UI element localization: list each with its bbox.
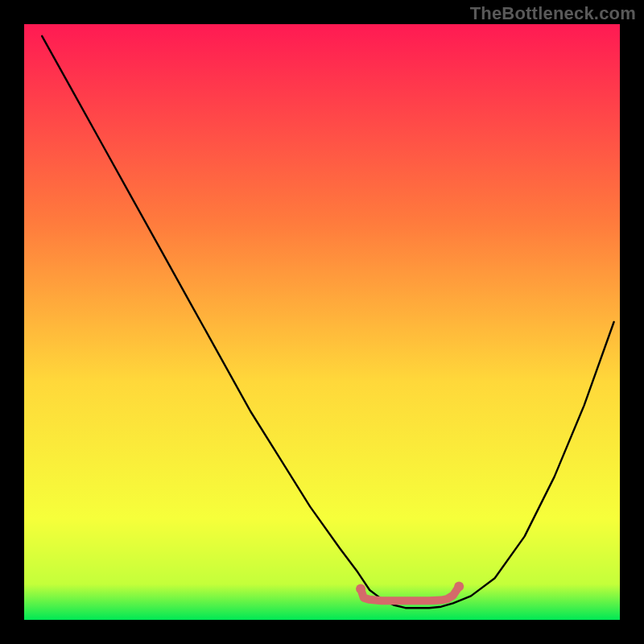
chart-frame: TheBottleneck.com <box>0 0 644 644</box>
plot-area <box>24 24 620 620</box>
gradient-background <box>24 24 620 620</box>
optimal-marker-end-dot <box>454 582 464 592</box>
watermark-text: TheBottleneck.com <box>470 3 636 24</box>
optimal-marker-start-dot <box>356 584 365 594</box>
chart-svg <box>24 24 620 620</box>
